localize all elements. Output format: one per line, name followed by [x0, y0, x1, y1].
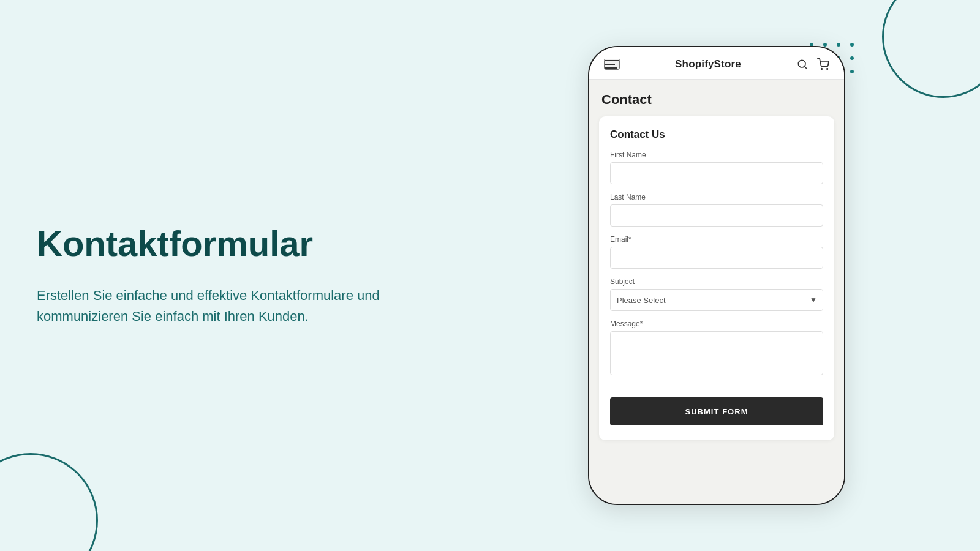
form-card: Contact Us First Name Last Name Email* S… [599, 116, 834, 440]
email-label: Email* [610, 235, 823, 244]
phone-mockup: ShopifyStore Contact Contact Us [588, 46, 845, 505]
store-name: ShopifyStore [675, 58, 741, 70]
svg-point-2 [821, 69, 823, 70]
subject-select[interactable]: Please Select [610, 289, 823, 311]
cart-icon [817, 58, 829, 70]
message-textarea[interactable] [610, 331, 823, 375]
subject-select-wrapper: Please Select ▼ [610, 289, 823, 311]
svg-point-3 [827, 69, 828, 70]
left-section: Kontaktformular Erstellen Sie einfache u… [37, 224, 380, 327]
message-group: Message* [610, 320, 823, 378]
search-button[interactable] [796, 58, 809, 70]
deco-circle-bottom-left [0, 453, 98, 551]
phone-content: Contact Contact Us First Name Last Name … [589, 80, 844, 504]
subject-group: Subject Please Select ▼ [610, 277, 823, 311]
email-group: Email* [610, 235, 823, 269]
first-name-label: First Name [610, 151, 823, 159]
form-title: Contact Us [610, 129, 823, 141]
menu-line-3 [605, 67, 617, 69]
phone-navbar: ShopifyStore [589, 47, 844, 80]
first-name-input[interactable] [610, 162, 823, 184]
page-description: Erstellen Sie einfache und effektive Kon… [37, 285, 380, 327]
message-label: Message* [610, 320, 823, 328]
contact-heading: Contact [599, 92, 834, 108]
search-icon [796, 58, 809, 70]
first-name-group: First Name [610, 151, 823, 184]
subject-label: Subject [610, 277, 823, 286]
submit-button[interactable]: SUBMIT FORM [610, 397, 823, 425]
cart-button[interactable] [817, 58, 829, 70]
svg-point-0 [798, 60, 805, 67]
email-input[interactable] [610, 247, 823, 269]
last-name-input[interactable] [610, 204, 823, 227]
menu-line-2 [605, 64, 615, 65]
last-name-group: Last Name [610, 193, 823, 227]
page-title: Kontaktformular [37, 224, 380, 263]
last-name-label: Last Name [610, 193, 823, 201]
menu-line-1 [605, 60, 619, 61]
svg-line-1 [805, 67, 807, 69]
menu-button[interactable] [604, 59, 620, 70]
nav-icons [796, 58, 829, 70]
deco-circle-top-right [882, 0, 980, 98]
